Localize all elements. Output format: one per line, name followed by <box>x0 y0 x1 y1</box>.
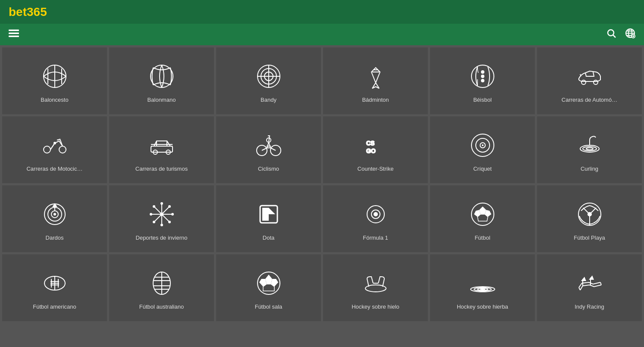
sport-label-futbol-playa: Fútbol Playa <box>574 234 605 241</box>
sport-card-formula1[interactable]: Fórmula 1 <box>323 185 428 252</box>
svg-point-3 <box>608 30 614 36</box>
svg-marker-76 <box>479 206 486 214</box>
svg-point-30 <box>594 80 598 84</box>
svg-marker-100 <box>259 279 267 287</box>
sport-card-dardos[interactable]: Dardos <box>2 185 107 252</box>
sport-card-baloncesto[interactable]: Baloncesto <box>2 47 107 114</box>
svg-point-64 <box>160 224 163 226</box>
svg-point-67 <box>153 205 155 208</box>
svg-point-68 <box>168 221 171 223</box>
svg-point-27 <box>481 71 484 73</box>
svg-marker-99 <box>265 275 272 284</box>
header-top: bet365 <box>0 0 644 24</box>
sport-card-dota[interactable]: Dota <box>216 185 321 252</box>
sport-label-ciclismo: Ciclismo <box>258 166 279 172</box>
sport-card-futbol-americano[interactable]: Fútbol americano <box>2 254 107 321</box>
sport-card-counter-strike[interactable]: CS GO Counter-Strike <box>323 116 428 183</box>
sport-card-bandy[interactable]: Bandy <box>216 47 321 114</box>
svg-marker-110 <box>589 275 594 280</box>
sport-icon-futbol-sala <box>254 268 284 298</box>
svg-point-29 <box>581 80 586 84</box>
sports-grid: Baloncesto Balonmano Bandy Bádminton Béi… <box>0 45 644 323</box>
sport-label-carreras-auto: Carreras de Automó… <box>562 97 617 103</box>
svg-point-70 <box>153 221 155 223</box>
sport-icon-hockey-hielo <box>361 268 391 298</box>
svg-text:GO: GO <box>366 147 376 154</box>
sport-card-criquet[interactable]: Críquet <box>430 116 535 183</box>
sport-icon-baloncesto <box>40 61 70 91</box>
svg-point-84 <box>587 212 592 216</box>
sport-card-carreras-moto[interactable]: Carreras de Motocic… <box>2 116 107 183</box>
sport-card-futbol-sala[interactable]: Fútbol sala <box>216 254 321 321</box>
sport-icon-badminton <box>361 61 391 91</box>
svg-line-4 <box>613 35 616 38</box>
svg-rect-2 <box>9 36 19 37</box>
sport-icon-beisbol <box>468 61 498 91</box>
nav-icons <box>606 28 635 41</box>
sport-label-dardos: Dardos <box>46 234 64 241</box>
header-nav <box>0 24 644 45</box>
sport-card-futbol-playa[interactable]: Fútbol Playa <box>537 185 642 252</box>
sport-label-bandy: Bandy <box>261 97 276 103</box>
sport-card-carreras-auto[interactable]: Carreras de Automó… <box>537 47 642 114</box>
svg-rect-34 <box>151 146 173 152</box>
sport-icon-indy-racing <box>575 268 605 298</box>
svg-point-57 <box>54 213 56 215</box>
sport-label-carreras-turismos: Carreras de turismos <box>135 166 188 172</box>
sport-label-criquet: Críquet <box>473 166 492 172</box>
svg-rect-0 <box>9 30 19 31</box>
sport-card-futbol-australiano[interactable]: Fútbol australiano <box>109 254 214 321</box>
sport-card-indy-racing[interactable]: Indy Racing <box>537 254 642 321</box>
sport-label-carreras-moto: Carreras de Motocic… <box>26 166 82 172</box>
sport-card-balonmano[interactable]: Balonmano <box>109 47 214 114</box>
sport-label-indy-racing: Indy Racing <box>575 303 604 310</box>
sport-card-ciclismo[interactable]: Ciclismo <box>216 116 321 183</box>
sport-label-beisbol: Béisbol <box>473 97 492 103</box>
sport-icon-bandy <box>254 61 284 91</box>
svg-point-26 <box>481 75 484 78</box>
svg-point-69 <box>168 205 171 208</box>
svg-point-66 <box>171 213 174 216</box>
svg-marker-101 <box>271 279 278 287</box>
svg-marker-79 <box>478 214 488 221</box>
sport-label-hockey-hierba: Hockey sobre hierba <box>457 303 508 310</box>
sport-icon-dota <box>254 199 284 229</box>
sport-icon-deportes-invierno <box>147 199 177 229</box>
sport-label-hockey-hielo: Hockey sobre hielo <box>352 303 399 310</box>
sport-icon-carreras-turismos <box>147 130 177 160</box>
svg-point-65 <box>150 213 152 216</box>
sport-icon-futbol-americano <box>40 268 70 298</box>
sport-label-futbol-australiano: Fútbol australiano <box>139 303 184 310</box>
sport-card-hockey-hielo[interactable]: Hockey sobre hielo <box>323 254 428 321</box>
sport-card-curling[interactable]: Curling <box>537 116 642 183</box>
sport-card-hockey-hierba[interactable]: Hockey sobre hierba <box>430 254 535 321</box>
svg-point-28 <box>481 79 484 82</box>
sport-card-deportes-invierno[interactable]: Deportes de invierno <box>109 185 214 252</box>
svg-marker-109 <box>581 277 586 281</box>
svg-point-62 <box>160 213 163 216</box>
sport-card-carreras-turismos[interactable]: Carreras de turismos <box>109 116 214 183</box>
sport-icon-criquet <box>468 130 498 160</box>
svg-point-108 <box>482 289 483 290</box>
sport-card-beisbol[interactable]: Béisbol <box>430 47 535 114</box>
sport-icon-counter-strike: CS GO <box>361 130 391 160</box>
search-icon[interactable] <box>606 28 616 41</box>
svg-rect-1 <box>9 33 19 34</box>
svg-point-49 <box>482 145 483 146</box>
sport-icon-curling <box>575 130 605 160</box>
svg-point-74 <box>374 213 377 216</box>
sport-card-badminton[interactable]: Bádminton <box>323 47 428 114</box>
sport-icon-hockey-hierba <box>468 268 498 298</box>
sport-icon-formula1 <box>361 199 391 229</box>
svg-point-31 <box>44 146 50 153</box>
sport-label-deportes-invierno: Deportes de invierno <box>136 234 188 241</box>
sport-label-counter-strike: Counter-Strike <box>358 166 394 172</box>
hamburger-button[interactable] <box>9 28 19 41</box>
globe-settings-icon[interactable] <box>625 28 635 41</box>
logo-365: 365 <box>27 5 47 19</box>
svg-point-63 <box>160 202 163 205</box>
sport-label-badminton: Bádminton <box>362 97 389 103</box>
svg-marker-102 <box>263 284 274 291</box>
sport-card-futbol[interactable]: Fútbol <box>430 185 535 252</box>
sport-icon-carreras-auto <box>575 61 605 91</box>
